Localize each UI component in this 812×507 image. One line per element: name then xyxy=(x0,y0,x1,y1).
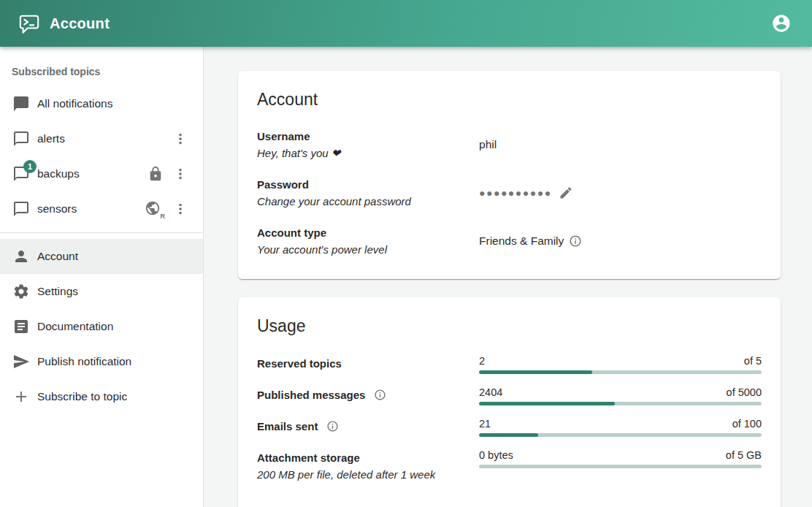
account-circle-icon xyxy=(771,13,792,34)
sidebar-item-label: Account xyxy=(37,250,78,263)
sidebar-item-documentation[interactable]: Documentation xyxy=(0,309,203,344)
subscribed-topics-header: Subscribed topics xyxy=(0,51,203,86)
sidebar-item-label: Publish notification xyxy=(37,355,131,368)
page-title: Account xyxy=(50,15,110,32)
attachment-storage-label: Attachment storage xyxy=(257,450,479,466)
chat-bubble-outline-icon xyxy=(12,130,30,148)
progress-track xyxy=(479,402,762,405)
username-value: phil xyxy=(479,138,762,151)
sidebar-item-label: All notifications xyxy=(37,97,112,110)
sidebar-item-topic-backups[interactable]: 1 backups xyxy=(0,156,203,191)
usage-card: Usage Reserved topics 2 of 5 Pu xyxy=(238,297,781,507)
password-row: Password Change your account password ●●… xyxy=(257,177,762,209)
send-icon xyxy=(12,353,30,370)
published-messages-meter: 2404 of 5000 xyxy=(479,386,762,405)
progress-fill xyxy=(479,370,592,374)
account-type-subtitle: Your account's power level xyxy=(257,243,479,257)
account-card-title: Account xyxy=(257,90,762,110)
person-icon xyxy=(12,248,30,265)
password-subtitle: Change your account password xyxy=(257,194,479,209)
progress-track xyxy=(479,465,762,468)
plus-icon xyxy=(12,388,30,405)
usage-current: 0 bytes xyxy=(479,449,513,461)
published-messages-row: Published messages 2404 of 5000 xyxy=(257,386,762,405)
reserved-marker: R xyxy=(161,213,166,220)
sidebar-item-publish-notification[interactable]: Publish notification xyxy=(0,344,203,379)
unread-count-badge: 1 xyxy=(23,160,37,173)
account-type-value: Friends & Family xyxy=(479,235,564,248)
sidebar-item-label: Documentation xyxy=(37,320,113,333)
ntfy-logo-icon xyxy=(18,12,40,34)
usage-card-title: Usage xyxy=(257,316,762,336)
sidebar-item-account[interactable]: Account xyxy=(0,239,203,274)
info-icon[interactable] xyxy=(374,389,386,401)
password-masked-value: ●●●●●●●●●● xyxy=(479,187,552,199)
usage-current: 21 xyxy=(479,418,491,430)
reserved-topics-row: Reserved topics 2 of 5 xyxy=(257,355,762,374)
sidebar-item-settings[interactable]: Settings xyxy=(0,274,203,309)
progress-track xyxy=(479,433,762,437)
article-icon xyxy=(12,318,30,335)
sidebar-item-label: Subscribe to topic xyxy=(37,390,127,403)
sidebar-item-subscribe-to-topic[interactable]: Subscribe to topic xyxy=(0,379,203,414)
lock-icon xyxy=(148,166,164,182)
sidebar-item-label: sensors xyxy=(37,202,77,216)
usage-current: 2404 xyxy=(479,386,502,398)
chat-bubble-outline-icon: 1 xyxy=(12,165,30,183)
sidebar-item-label: backups xyxy=(37,167,80,180)
emails-sent-label: Emails sent xyxy=(257,420,318,432)
account-type-row: Account type Your account's power level … xyxy=(257,225,762,257)
progress-fill xyxy=(479,433,538,437)
sidebar: Subscribed topics All notifications aler… xyxy=(0,47,204,507)
account-type-label: Account type xyxy=(257,225,479,241)
usage-limit: of 5 xyxy=(744,355,762,367)
info-icon[interactable] xyxy=(569,235,582,248)
reserved-topic-globe-icon: R xyxy=(145,200,164,218)
username-subtitle: Hey, that's you ❤ xyxy=(257,146,479,161)
account-menu-button[interactable] xyxy=(767,9,796,38)
sidebar-item-all-notifications[interactable]: All notifications xyxy=(0,86,203,121)
sidebar-item-label: Settings xyxy=(37,285,78,298)
account-card: Account Username Hey, that's you ❤ phil … xyxy=(238,71,781,279)
topic-menu-button[interactable] xyxy=(168,197,193,221)
username-label: Username xyxy=(257,129,479,145)
password-label: Password xyxy=(257,177,479,193)
main-content: Account Username Hey, that's you ❤ phil … xyxy=(204,47,812,507)
usage-limit: of 100 xyxy=(732,418,762,430)
usage-current: 2 xyxy=(479,355,485,367)
app-bar: Account xyxy=(0,0,812,47)
change-password-button[interactable] xyxy=(556,183,575,202)
attachment-storage-meter: 0 bytes of 5 GB xyxy=(479,449,762,468)
published-messages-label: Published messages xyxy=(257,389,365,401)
topic-menu-button[interactable] xyxy=(168,126,193,151)
topic-menu-button[interactable] xyxy=(168,161,193,186)
emails-sent-row: Emails sent 21 of 100 xyxy=(257,418,762,437)
sidebar-item-label: alerts xyxy=(37,132,65,145)
sidebar-item-topic-alerts[interactable]: alerts xyxy=(0,121,203,156)
reserved-topics-label: Reserved topics xyxy=(257,357,342,370)
chat-bubble-filled-icon xyxy=(12,95,30,113)
attachment-storage-subtitle: 200 MB per file, deleted after 1 week xyxy=(257,468,479,482)
emails-sent-meter: 21 of 100 xyxy=(479,418,762,437)
usage-limit: of 5000 xyxy=(727,386,762,398)
progress-track xyxy=(479,370,762,374)
sidebar-item-topic-sensors[interactable]: sensors R xyxy=(0,191,203,226)
username-row: Username Hey, that's you ❤ phil xyxy=(257,129,762,161)
info-icon[interactable] xyxy=(326,420,339,432)
sidebar-divider xyxy=(0,232,203,233)
chat-bubble-outline-icon xyxy=(12,200,30,218)
reserved-topics-meter: 2 of 5 xyxy=(479,355,762,374)
gear-icon xyxy=(12,283,30,300)
usage-limit: of 5 GB xyxy=(726,449,762,461)
progress-fill xyxy=(479,402,615,405)
attachment-storage-row: Attachment storage 200 MB per file, dele… xyxy=(257,449,762,482)
